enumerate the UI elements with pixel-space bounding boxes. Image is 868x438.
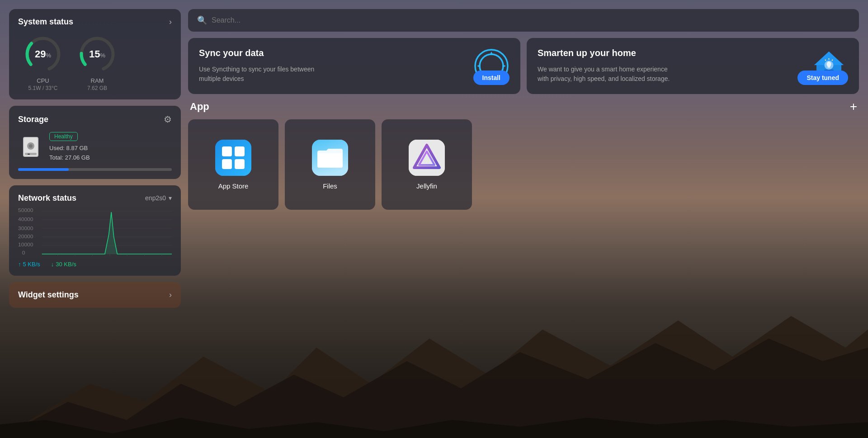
gauges-row: 29% CPU 5.1W / 33°C 15% (18, 34, 172, 91)
svg-marker-36 (502, 64, 506, 68)
svg-line-47 (825, 60, 826, 61)
left-panel: System status › 29% CPU (9, 9, 181, 429)
svg-marker-25 (42, 212, 172, 254)
sync-data-title: Sync your data (199, 48, 464, 58)
svg-text:10000: 10000 (18, 242, 33, 247)
network-interface-label: enp2s0 (145, 194, 166, 202)
ram-sublabel: 7.62 GB (87, 85, 107, 91)
ram-gauge-wrap: 15% RAM 7.62 GB (77, 34, 118, 91)
app-store-icon (215, 140, 251, 176)
cpu-gauge-wrap: 29% CPU 5.1W / 33°C (23, 34, 63, 91)
gear-icon[interactable]: ⚙ (164, 114, 172, 125)
svg-point-43 (827, 61, 831, 67)
smarthome-title: Smarten up your home (538, 48, 803, 58)
install-button[interactable]: Install (473, 71, 509, 85)
svg-point-11 (29, 144, 33, 148)
cpu-value: 29 (35, 48, 46, 60)
upload-value: 5 KB/s (23, 261, 40, 268)
sync-data-action: Install (473, 71, 509, 85)
svg-rect-50 (235, 146, 245, 156)
storage-text: Healthy Used: 8.87 GB Total: 27.06 GB (49, 132, 172, 163)
storage-icon-wrap (18, 134, 43, 161)
files-name: Files (323, 182, 337, 190)
storage-bar-track (18, 168, 172, 171)
svg-line-46 (832, 60, 833, 61)
jellyfin-card[interactable]: Jellyfin (382, 119, 472, 210)
svg-rect-44 (828, 66, 830, 68)
network-header: Network status enp2s0 ▾ (18, 193, 172, 203)
network-chart: 50000 40000 30000 20000 10000 0 (18, 207, 172, 257)
apps-section: App + (188, 100, 859, 210)
files-icon (312, 140, 348, 176)
jellyfin-icon (409, 140, 445, 176)
storage-info: Healthy Used: 8.87 GB Total: 27.06 GB (18, 132, 172, 163)
download-arrow-icon: ↓ (51, 261, 54, 268)
apps-header: App + (188, 100, 859, 113)
network-stats: ↑ 5 KB/s ↓ 30 KB/s (18, 261, 172, 268)
storage-total: Total: 27.06 GB (49, 153, 172, 163)
svg-text:50000: 50000 (18, 207, 33, 212)
sync-data-content: Sync your data Use Syncthing to sync you… (199, 48, 464, 84)
network-status-card: Network status enp2s0 ▾ 50000 40000 3000… (9, 185, 181, 276)
system-status-card: System status › 29% CPU (9, 9, 181, 99)
storage-header: Storage ⚙ (18, 114, 172, 125)
storage-bar-fill (18, 168, 69, 171)
network-title: Network status (18, 193, 76, 203)
hdd-icon (19, 135, 42, 160)
system-status-header: System status › (18, 17, 172, 27)
sync-data-banner: Sync your data Use Syncthing to sync you… (188, 38, 520, 94)
upload-arrow-icon: ↑ (18, 261, 21, 268)
svg-rect-52 (235, 159, 245, 169)
stay-tuned-button[interactable]: Stay tuned (797, 71, 848, 85)
network-upload: ↑ 5 KB/s (18, 261, 40, 268)
cpu-pct: % (46, 52, 51, 59)
apps-grid: App Store (188, 119, 859, 210)
app-store-card[interactable]: App Store (188, 119, 278, 210)
network-interface-select[interactable]: enp2s0 ▾ (145, 194, 172, 202)
storage-card: Storage ⚙ Healthy Used (9, 106, 181, 179)
svg-text:20000: 20000 (18, 234, 33, 239)
svg-rect-12 (28, 154, 30, 155)
jellyfin-name: Jellyfin (416, 182, 437, 190)
cpu-sublabel: 5.1W / 33°C (28, 85, 58, 91)
cpu-value-center: 29% (35, 49, 51, 59)
widget-settings-chevron-icon: › (169, 290, 172, 300)
cpu-gauge: 29% (23, 34, 63, 75)
apps-title: App (190, 101, 209, 113)
smarthome-banner: Smarten up your home We want to give you… (527, 38, 859, 94)
svg-rect-9 (25, 153, 37, 155)
system-status-chevron-icon[interactable]: › (169, 17, 172, 27)
widget-settings-title: Widget settings (18, 290, 79, 300)
search-bar: 🔍 (188, 9, 859, 32)
right-panel: 🔍 Sync your data Use Syncthing to sync y… (188, 9, 859, 429)
svg-rect-48 (215, 140, 251, 176)
app-store-name: App Store (218, 182, 249, 190)
smarthome-action: Stay tuned (797, 71, 848, 85)
system-status-title: System status (18, 17, 73, 27)
banner-row: Sync your data Use Syncthing to sync you… (188, 38, 859, 94)
search-input[interactable] (212, 16, 850, 24)
files-card[interactable]: Files (285, 119, 375, 210)
svg-marker-38 (477, 64, 481, 68)
storage-used: Used: 8.87 GB (49, 144, 172, 153)
ram-pct: % (100, 52, 105, 59)
svg-rect-51 (222, 159, 232, 169)
storage-title: Storage (18, 115, 48, 124)
network-download: ↓ 30 KB/s (51, 261, 76, 268)
svg-text:40000: 40000 (18, 217, 33, 221)
chevron-down-icon: ▾ (169, 194, 172, 202)
svg-rect-49 (222, 146, 232, 156)
svg-marker-35 (490, 52, 493, 55)
smarthome-desc: We want to give you a smart home experie… (538, 65, 673, 84)
widget-settings-card[interactable]: Widget settings › (9, 282, 181, 308)
search-icon: 🔍 (197, 15, 207, 25)
healthy-badge: Healthy (49, 132, 78, 141)
svg-text:30000: 30000 (18, 226, 33, 231)
add-app-button[interactable]: + (850, 100, 857, 113)
ram-gauge: 15% (77, 34, 118, 75)
ram-value-center: 15% (89, 49, 105, 59)
ram-value: 15 (89, 48, 100, 60)
svg-text:0: 0 (22, 250, 25, 255)
smarthome-content: Smarten up your home We want to give you… (538, 48, 803, 84)
download-value: 30 KB/s (56, 261, 76, 268)
